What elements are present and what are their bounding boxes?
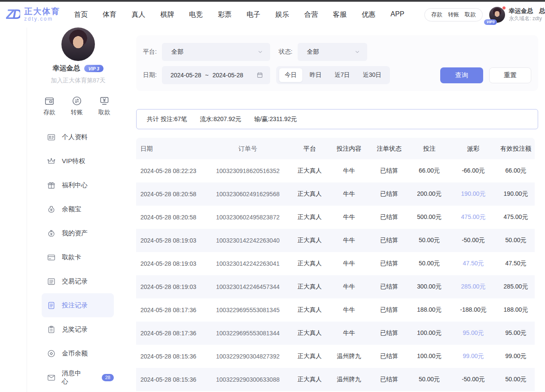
calendar-icon <box>256 72 263 79</box>
withdraw-icon <box>99 95 110 106</box>
quick-action-取款[interactable]: 取款 <box>98 95 110 116</box>
purse-icon <box>47 205 56 214</box>
nav-item-合营[interactable]: 合营 <box>304 10 318 19</box>
sidebar-item-余额宝[interactable]: 余额宝 <box>42 197 114 221</box>
platform-select[interactable]: 全部 <box>162 43 270 61</box>
wallet-pill-取款[interactable]: 取款 <box>465 11 476 18</box>
brand-logo[interactable]: ZD 正大体育 zdty.com <box>6 7 60 22</box>
cell-bet: 188.00元 <box>409 306 450 314</box>
date-range-input[interactable]: 2024-05-28 ~ 2024-05-28 <box>162 66 270 84</box>
crown-icon <box>47 157 56 166</box>
nav-item-体育[interactable]: 体育 <box>103 10 116 19</box>
assets-icon <box>47 229 56 238</box>
sidebar-item-意见反馈[interactable]: 意见反馈 <box>42 389 114 392</box>
cell-valid_bet: 47.50元 <box>497 260 535 267</box>
cell-platform: 正大真人 <box>291 237 329 244</box>
nav-item-棋牌[interactable]: 棋牌 <box>160 10 174 19</box>
cell-status: 已结算 <box>369 329 409 337</box>
cell-status: 已结算 <box>369 306 409 314</box>
sidebar-item-label: 消息中心 <box>62 369 85 386</box>
sidebar-item-金币余额[interactable]: 金币余额 <box>42 341 114 365</box>
quick-range-group: 今日昨日近7日近30日 <box>276 66 390 84</box>
quick-action-label: 取款 <box>98 109 110 116</box>
cell-order_no: 1003229290304827392 <box>205 353 291 360</box>
range-button-近7日[interactable]: 近7日 <box>329 68 356 82</box>
page: ZD 正大体育 zdty.com 首页体育真人棋牌电竞彩票电子娱乐合营客服优惠A… <box>0 0 545 392</box>
date-label: 日期: <box>143 71 157 79</box>
cell-content: 牛牛 <box>329 306 369 314</box>
brand-domain: zdty.com <box>24 16 60 22</box>
table-row: 2024-05-28 08:19:031003230142242263040正大… <box>136 229 535 252</box>
sidebar-item-兑奖记录[interactable]: 兑奖记录 <box>42 317 114 341</box>
wallet-pill: 存款转账取款 <box>424 8 483 21</box>
cell-date: 2024-05-28 08:17:36 <box>136 307 205 313</box>
cell-bet: 50.00元 <box>409 376 450 383</box>
wallet-pill-存款[interactable]: 存款 <box>431 11 442 18</box>
profile-avatar[interactable] <box>61 27 95 61</box>
sidebar-item-我的资产[interactable]: 我的资产 <box>42 221 114 245</box>
cell-bet: 50.00元 <box>409 237 450 244</box>
sidebar-item-福利中心[interactable]: 福利中心 <box>42 173 114 197</box>
sidebar-item-label: 个人资料 <box>62 133 88 141</box>
cell-payout: -50.00元 <box>450 237 497 244</box>
sidebar: 幸运金总 VIP 3 加入正大体育第87天 存款转账取款 个人资料VIP特权福利… <box>27 27 129 392</box>
table-row: 2024-05-28 08:15:361003229290304827392正大… <box>136 345 535 368</box>
wallet-pill-转账[interactable]: 转账 <box>448 11 459 18</box>
cell-payout: 47.50元 <box>450 260 497 267</box>
range-button-昨日[interactable]: 昨日 <box>304 68 327 82</box>
cell-status: 已结算 <box>369 167 409 175</box>
status-label: 状态: <box>279 48 292 56</box>
nav-item-真人[interactable]: 真人 <box>131 10 145 19</box>
summary-winloss: 输/赢:2311.92元 <box>254 115 297 123</box>
cell-content: 牛牛 <box>329 260 369 267</box>
status-select[interactable]: 全部 <box>298 43 367 61</box>
transfer-icon <box>71 95 82 106</box>
cell-bet: 100.00元 <box>409 352 450 360</box>
unread-count-badge: 28 <box>102 374 114 381</box>
chevron-down-icon <box>354 49 360 55</box>
nav-item-电子[interactable]: 电子 <box>247 10 260 19</box>
cell-valid_bet: 475.00元 <box>497 213 535 221</box>
range-button-近30日[interactable]: 近30日 <box>357 68 387 82</box>
cell-payout: 99.00元 <box>450 352 497 360</box>
reset-button[interactable]: 重置 <box>489 67 531 83</box>
quick-action-存款[interactable]: 存款 <box>43 95 55 116</box>
nav-item-娱乐[interactable]: 娱乐 <box>275 10 289 19</box>
sidebar-item-消息中心[interactable]: 消息中心28 <box>42 365 114 389</box>
cell-status: 已结算 <box>369 376 409 383</box>
sidebar-menu: 个人资料VIP特权福利中心余额宝我的资产取款卡交易记录投注记录兑奖记录金币余额消… <box>27 125 129 392</box>
gift-icon <box>47 181 56 190</box>
header-user[interactable]: VIP3 幸运金总总 永久域名: zdty <box>489 7 545 23</box>
nav-item-客服[interactable]: 客服 <box>333 10 347 19</box>
sidebar-item-取款卡[interactable]: 取款卡 <box>42 245 114 269</box>
column-header-有效投注额: 有效投注额 <box>497 145 535 153</box>
cell-payout: -66.00元 <box>450 167 497 175</box>
nav-item-首页[interactable]: 首页 <box>74 10 88 19</box>
cell-date: 2024-05-28 08:19:03 <box>136 283 205 290</box>
sidebar-item-个人资料[interactable]: 个人资料 <box>42 125 114 149</box>
cell-platform: 正大真人 <box>291 213 329 221</box>
range-button-今日[interactable]: 今日 <box>279 68 302 82</box>
cell-order_no: 1003230142242263040 <box>205 237 291 244</box>
nav-item-彩票[interactable]: 彩票 <box>218 10 231 19</box>
cell-order_no: 1003230602491629568 <box>205 191 291 198</box>
cell-payout: 285.00元 <box>450 283 497 291</box>
column-header-投注: 投注 <box>409 145 450 153</box>
quick-action-转账[interactable]: 转账 <box>71 95 83 116</box>
brand-title: 正大体育 <box>24 7 60 16</box>
deposit-wallet-icon <box>44 95 55 106</box>
cell-valid_bet: 66.00元 <box>497 167 535 175</box>
bank-card-icon <box>47 253 56 262</box>
nav-item-优惠[interactable]: 优惠 <box>362 10 375 19</box>
cell-bet: 300.00元 <box>409 283 450 291</box>
cell-payout: -188.00元 <box>450 306 497 314</box>
nav-item-APP[interactable]: APP <box>390 10 404 19</box>
nav-item-电竞[interactable]: 电竞 <box>189 10 203 19</box>
sidebar-item-VIP特权[interactable]: VIP特权 <box>42 149 114 173</box>
cell-valid_bet: 190.00元 <box>497 190 535 198</box>
cell-status: 已结算 <box>369 213 409 221</box>
cell-content: 牛牛 <box>329 237 369 244</box>
search-button[interactable]: 查询 <box>440 67 483 83</box>
sidebar-item-交易记录[interactable]: 交易记录 <box>42 269 114 293</box>
sidebar-item-投注记录[interactable]: 投注记录 <box>42 293 114 317</box>
